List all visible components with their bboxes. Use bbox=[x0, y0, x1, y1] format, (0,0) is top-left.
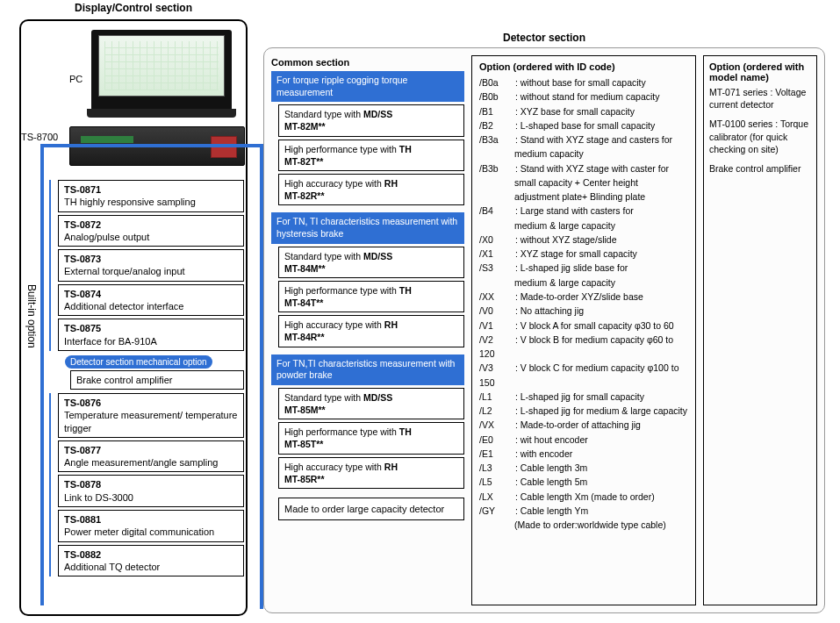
option-line: /V0 : No attaching jig bbox=[479, 304, 688, 318]
common-item-model: MT-84T** bbox=[284, 297, 458, 309]
option-text: : L-shaped jig for medium & large capaci… bbox=[513, 405, 687, 416]
option-line: /LX : Cable length Xm (made to order) bbox=[479, 490, 688, 504]
option-code: /S3 bbox=[479, 261, 513, 275]
option-line: /V2 : V block B for medium capacity φ60 … bbox=[479, 333, 688, 362]
option-desc: External torque/analog input bbox=[64, 266, 185, 276]
option-id-title: Option (ordered with ID code) bbox=[479, 61, 688, 72]
brake-control-amplifier-box: Brake control amplifier bbox=[70, 370, 244, 390]
option-line: /L2 : L-shaped jig for medium & large ca… bbox=[479, 404, 688, 418]
option-text: : Made-to-order XYZ/slide base bbox=[513, 291, 643, 302]
option-text: : without XYZ stage/slide bbox=[513, 234, 616, 245]
option-code: TS-0871 bbox=[64, 183, 238, 196]
option-line: medium capacity bbox=[514, 147, 688, 161]
right-option-block: Brake control amplifier bbox=[709, 162, 811, 175]
display-section-title: Display/Control section bbox=[19, 2, 248, 14]
option-code: TS-0878 bbox=[64, 478, 238, 491]
common-item-model: MT-84M** bbox=[284, 262, 458, 275]
option-line: (Made to order:worldwide type cable) bbox=[514, 518, 688, 532]
option-line: /VX : Made-to-order of attaching jig bbox=[479, 418, 688, 432]
builtin-option-item: TS-0872Analog/pulse output bbox=[58, 215, 244, 247]
option-line: small capacity + Center height bbox=[514, 175, 688, 190]
option-code: /B0b bbox=[479, 90, 513, 104]
common-item-label: Standard type with MD/SS bbox=[284, 392, 392, 403]
common-item-label: High accuracy type with RH bbox=[284, 178, 398, 189]
option-line: /E1 : with encoder bbox=[479, 447, 688, 461]
common-section-column: Common section For torque ripple cogging… bbox=[271, 55, 464, 605]
right-option-block: MT-071 series : Voltage current detector bbox=[709, 86, 811, 111]
option-code: /B2 bbox=[479, 118, 513, 132]
builtin-option-item: TS-0874Additional detector interface bbox=[58, 284, 244, 317]
option-line: /L3 : Cable length 3m bbox=[479, 461, 688, 475]
option-text: : with encoder bbox=[513, 448, 572, 459]
detector-section: Common section For torque ripple cogging… bbox=[263, 47, 825, 613]
option-code: /L2 bbox=[479, 404, 513, 418]
common-item-model: MT-85R** bbox=[284, 473, 458, 485]
option-desc: Power meter digital communication bbox=[64, 526, 214, 537]
option-line: /B2 : L-shaped base for small capacity bbox=[479, 118, 688, 132]
common-item-label: High performance type with TH bbox=[284, 144, 412, 154]
option-code: /V2 bbox=[479, 333, 513, 347]
builtin-option-label: Built-in option bbox=[25, 284, 38, 348]
common-item: High accuracy type with RHMT-82R** bbox=[278, 174, 464, 205]
common-item: High performance type with THMT-84T** bbox=[278, 281, 464, 312]
option-code: TS-0882 bbox=[64, 548, 238, 561]
option-code: /GY bbox=[479, 504, 513, 518]
option-code: TS-0876 bbox=[64, 397, 238, 409]
common-item-label: High accuracy type with RH bbox=[284, 462, 398, 472]
option-text: : without base for small capacity bbox=[513, 77, 646, 88]
option-text: : without stand for medium capacity bbox=[513, 91, 660, 102]
builtin-option-item: TS-0875Interface for BA-910A bbox=[58, 319, 244, 351]
option-code: /X0 bbox=[479, 233, 513, 247]
option-desc: Additional detector interface bbox=[64, 301, 183, 312]
mechanical-option-header: Detector section mechanical option bbox=[65, 355, 212, 369]
option-line: /V3 : V block C for medium capacity φ100… bbox=[479, 361, 688, 390]
option-model-name-column: Option (ordered with model name) MT-071 … bbox=[703, 55, 817, 605]
common-item-label: High performance type with TH bbox=[284, 426, 412, 437]
option-line: /L1 : L-shaped jig for small capacity bbox=[479, 390, 688, 404]
option-text: : Made-to-order of attaching jig bbox=[513, 419, 641, 430]
option-code: /V1 bbox=[479, 319, 513, 333]
option-code: /V0 bbox=[479, 304, 513, 318]
builtin-option-item: TS-0871TH highly responsive sampling bbox=[58, 180, 244, 212]
option-code: /B4 bbox=[479, 204, 513, 218]
common-item-model: MT-85M** bbox=[284, 404, 458, 416]
option-text: : No attaching jig bbox=[513, 305, 584, 316]
builtin-options-list: TS-0871TH highly responsive samplingTS-0… bbox=[49, 177, 244, 579]
option-id-code-column: Option (ordered with ID code) /B0a : wit… bbox=[471, 55, 696, 605]
option-code: TS-0872 bbox=[64, 218, 238, 231]
option-line: /X1 : XYZ stage for small capacity bbox=[479, 247, 688, 261]
common-item: Standard type with MD/SSMT-84M** bbox=[278, 247, 464, 278]
option-code: /E0 bbox=[479, 433, 513, 447]
option-line: /B1 : XYZ base for small capacity bbox=[479, 104, 688, 118]
option-line: /B4 : Large stand with casters for bbox=[479, 204, 688, 218]
common-item-model: MT-82M** bbox=[284, 120, 458, 132]
option-line: /E0 : wit hout encoder bbox=[479, 433, 688, 447]
option-desc: TH highly responsive sampling bbox=[64, 197, 196, 207]
option-line: /GY : Cable length Ym bbox=[479, 504, 688, 518]
option-code: /XX bbox=[479, 290, 513, 304]
common-item: Standard type with MD/SSMT-85M** bbox=[278, 388, 464, 419]
option-text: : wit hout encoder bbox=[513, 434, 588, 445]
common-item-model: MT-82T** bbox=[284, 155, 458, 168]
made-to-order-box: Made to order large capacity detector bbox=[278, 498, 464, 520]
option-code: TS-0873 bbox=[64, 253, 238, 265]
option-text: : V block A for small capacity φ30 to 60 bbox=[513, 320, 674, 331]
option-code: /L1 bbox=[479, 390, 513, 404]
option-code: /B3b bbox=[479, 161, 513, 175]
option-desc: Temperature measurement/ temperature tri… bbox=[64, 410, 237, 433]
common-item-label: Standard type with MD/SS bbox=[284, 109, 392, 119]
option-code: /B1 bbox=[479, 104, 513, 118]
option-line: /L5 : Cable length 5m bbox=[479, 475, 688, 489]
builtin-option-item: TS-0882Additional TQ detector bbox=[58, 545, 244, 577]
option-code: TS-0874 bbox=[64, 288, 238, 300]
option-text: : Stand with XYZ stage with caster for bbox=[513, 163, 669, 174]
common-group-header: For TN,TI characteristics measurement wi… bbox=[271, 354, 464, 385]
display-control-section: PC TS-8700 Built-in option TS-0871TH hig… bbox=[19, 19, 248, 616]
option-text: : L-shaped base for small capacity bbox=[513, 120, 655, 131]
option-desc: Angle measurement/angle sampling bbox=[64, 457, 219, 468]
option-line: /B3b : Stand with XYZ stage with caster … bbox=[479, 161, 688, 175]
option-text: : Cable length 5m bbox=[513, 476, 587, 487]
option-desc: Analog/pulse output bbox=[64, 232, 149, 242]
option-text: : Cable length Xm (made to order) bbox=[513, 491, 655, 502]
option-code: /B0a bbox=[479, 75, 513, 90]
